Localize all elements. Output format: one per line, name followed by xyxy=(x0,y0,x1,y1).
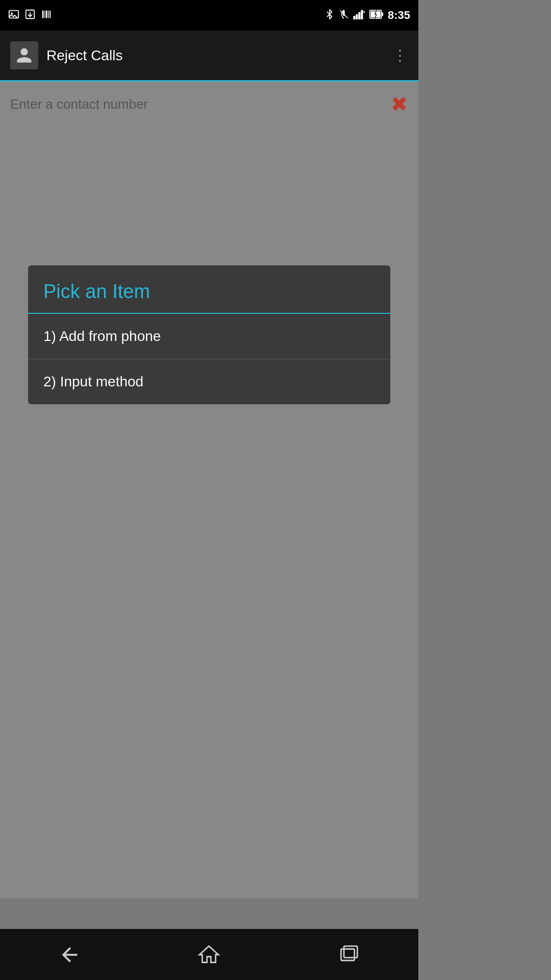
more-options-button[interactable]: ⋮ xyxy=(393,47,408,64)
status-bar-right-icons: H 8:35 xyxy=(324,9,410,22)
signal-icon: H xyxy=(353,9,365,22)
navigation-bar xyxy=(0,929,418,980)
svg-rect-5 xyxy=(46,10,47,18)
svg-rect-10 xyxy=(353,16,355,19)
home-button[interactable] xyxy=(182,938,236,971)
dialog-item-input-method[interactable]: 2) Input method xyxy=(28,359,390,404)
svg-rect-21 xyxy=(341,949,354,961)
svg-rect-16 xyxy=(382,12,384,16)
contact-input-placeholder[interactable]: Enter a contact number xyxy=(10,96,148,112)
svg-rect-3 xyxy=(42,10,44,18)
status-bar-left-icons xyxy=(8,9,52,22)
contact-input-area: Enter a contact number ✖ xyxy=(0,82,418,235)
svg-rect-4 xyxy=(44,10,45,18)
download-icon xyxy=(24,9,36,22)
status-bar: H 8:35 xyxy=(0,0,418,31)
svg-rect-9 xyxy=(343,10,344,16)
image-icon xyxy=(8,9,19,22)
mute-icon xyxy=(339,9,349,22)
pick-item-dialog: Pick an Item 1) Add from phone 2) Input … xyxy=(28,265,390,404)
svg-rect-22 xyxy=(344,946,357,958)
svg-point-1 xyxy=(11,12,13,14)
svg-rect-7 xyxy=(49,10,51,18)
svg-text:H: H xyxy=(363,10,365,14)
svg-rect-12 xyxy=(358,12,360,19)
battery-icon xyxy=(369,9,384,22)
svg-rect-6 xyxy=(48,10,49,18)
dialog-item-add-from-phone[interactable]: 1) Add from phone xyxy=(28,314,390,359)
dialog-title-area: Pick an Item xyxy=(28,265,390,313)
barcode-icon xyxy=(41,9,52,22)
dialog-title: Pick an Item xyxy=(43,281,150,302)
recents-button[interactable] xyxy=(322,938,375,971)
back-button[interactable] xyxy=(43,938,96,971)
bluetooth-icon xyxy=(324,9,335,22)
main-content: Enter a contact number ✖ Pick an Item 1)… xyxy=(0,82,418,898)
app-bar: Reject Calls ⋮ xyxy=(0,31,418,82)
app-icon xyxy=(10,41,38,69)
svg-rect-11 xyxy=(356,14,358,19)
close-button[interactable]: ✖ xyxy=(391,94,408,114)
status-time: 8:35 xyxy=(388,9,410,22)
app-title: Reject Calls xyxy=(46,47,393,64)
